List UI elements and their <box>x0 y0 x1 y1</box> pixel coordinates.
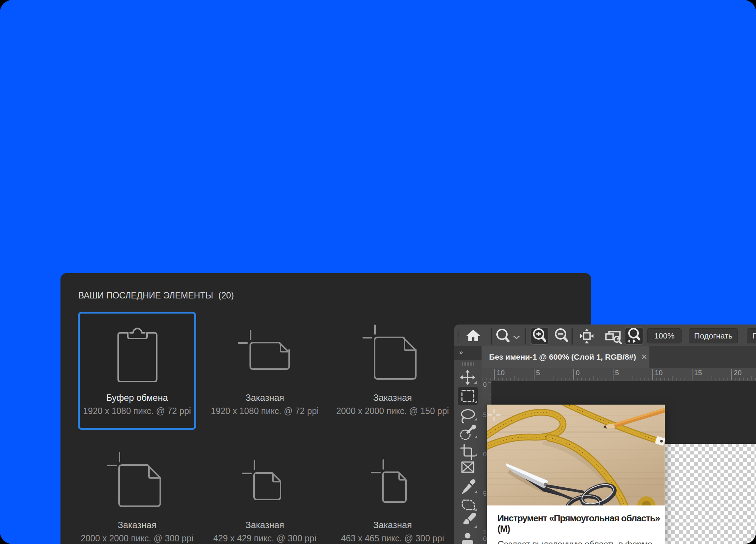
svg-text:10: 10 <box>655 369 663 377</box>
svg-text:5: 5 <box>483 411 486 419</box>
svg-text:10: 10 <box>497 369 505 377</box>
svg-text:0: 0 <box>483 535 486 542</box>
svg-text:0: 0 <box>576 369 580 377</box>
svg-text:5: 5 <box>615 369 619 377</box>
svg-text:0: 0 <box>483 451 486 458</box>
svg-text:5: 5 <box>483 490 486 497</box>
svg-text:0: 0 <box>483 381 486 388</box>
svg-text:20: 20 <box>734 369 742 377</box>
svg-text:15: 15 <box>694 369 702 377</box>
svg-text:5: 5 <box>536 369 540 377</box>
svg-text:1: 1 <box>483 529 486 536</box>
